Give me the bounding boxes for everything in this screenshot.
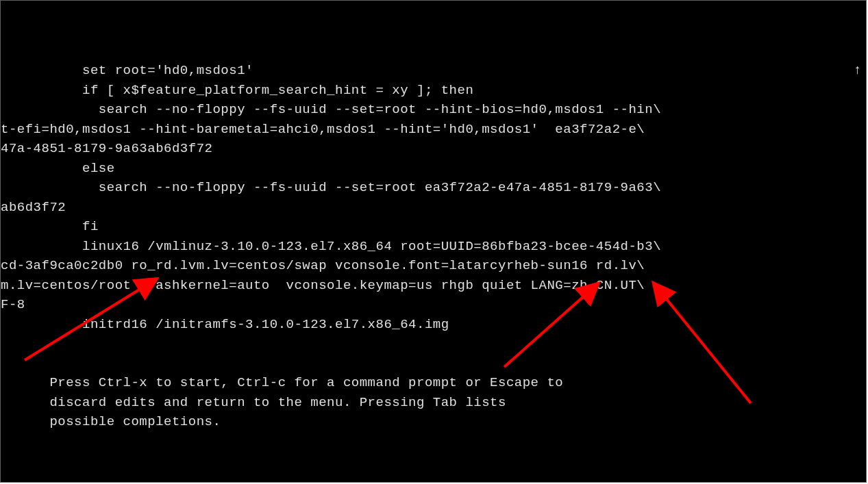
scroll-up-indicator: ↑ xyxy=(854,61,862,81)
grub-editor-terminal[interactable]: set root='hd0,msdos1' if [ x$feature_pla… xyxy=(0,0,867,483)
arrow-quiet xyxy=(655,285,751,403)
grub-config-text: set root='hd0,msdos1' if [ x$feature_pla… xyxy=(1,61,661,432)
